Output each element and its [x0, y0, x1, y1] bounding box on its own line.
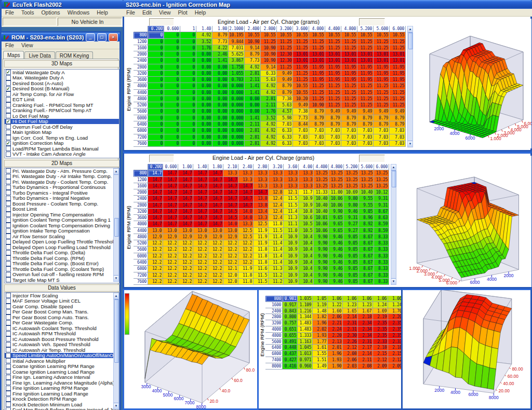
map-cell[interactable]: 13.3	[238, 170, 254, 176]
map-cell[interactable]: 0.00	[196, 71, 212, 77]
map-list-item[interactable]: Cranking Fuel. - RPM/Cool Temp MT	[5, 102, 119, 108]
map-cell[interactable]: 5.98	[277, 115, 293, 121]
row-header[interactable]: 7600	[134, 141, 148, 147]
map-list-item[interactable]: Desired Boost (A-Auto)	[5, 80, 119, 86]
map-cell[interactable]: 8.67	[359, 234, 374, 240]
map-cell[interactable]: 0.00	[196, 96, 212, 102]
map-cell[interactable]: 0.843	[283, 308, 298, 315]
col-header[interactable]: 4.400	[325, 26, 341, 32]
map-cell[interactable]: 0	[164, 51, 180, 58]
map-cell[interactable]: 0	[180, 115, 196, 121]
map-list-item[interactable]: VVT - Intake Cam Advance Angle	[5, 152, 119, 157]
close-button[interactable]: ✕	[109, 33, 118, 42]
map-cell[interactable]: 13.3	[254, 183, 269, 189]
col-header[interactable]: 1.80	[212, 26, 229, 32]
map-cell[interactable]: 11.95	[325, 71, 341, 77]
map-cell[interactable]: 9.844	[229, 39, 245, 45]
col-header[interactable]: 2.80	[254, 164, 269, 170]
map-cell[interactable]: 1.06	[358, 296, 373, 302]
map-cell[interactable]: 13.25	[329, 170, 344, 176]
map-cell[interactable]: 0	[180, 83, 196, 89]
map-cell[interactable]: 9.49	[374, 108, 390, 115]
checkbox[interactable]	[6, 375, 11, 380]
map-list-item[interactable]: ✓Desired Boost (B-Manual)	[5, 86, 119, 92]
map-cell[interactable]: 9.65	[329, 228, 344, 234]
map-cell[interactable]: 14.7	[208, 221, 223, 227]
map-cell[interactable]: 7.03	[390, 134, 406, 141]
map-cell[interactable]: 13.0	[223, 228, 238, 234]
checkbox[interactable]: ✓	[6, 141, 11, 146]
map-cell[interactable]: 11.25	[309, 96, 325, 102]
map-cell[interactable]: 2.06	[328, 314, 343, 320]
map-cell[interactable]: 14.7	[163, 177, 178, 183]
map-cell[interactable]: 1.49	[313, 363, 328, 370]
map-cell[interactable]: 12.2	[223, 240, 238, 247]
map-cell[interactable]: 11.25	[390, 39, 406, 45]
map-cell[interactable]: 11.5	[284, 202, 299, 209]
map-cell[interactable]: 2.01	[328, 345, 343, 351]
checkbox[interactable]	[6, 402, 11, 407]
map-list-item[interactable]: Lo Det Fuel Map	[5, 113, 119, 119]
map-cell[interactable]: 11.25	[325, 96, 341, 102]
checkbox[interactable]	[6, 174, 11, 179]
map-cell[interactable]: 14.7	[178, 183, 193, 189]
map-cell[interactable]: 12.2	[193, 279, 208, 285]
map-cell[interactable]: 14.7	[193, 189, 208, 196]
map-list-item[interactable]: Cranking Fuell.- RPM/Cool Temp AT	[5, 108, 119, 114]
map-cell[interactable]: 11.3	[269, 266, 284, 272]
map-cell[interactable]: 2.11	[245, 121, 261, 128]
map-cell[interactable]: 0	[148, 102, 164, 108]
map-cell[interactable]: 1.06	[328, 296, 343, 302]
map-cell[interactable]: 0	[164, 102, 180, 108]
map-cell[interactable]: 9.90	[314, 266, 329, 272]
scroll-down-icon[interactable]: ▼	[114, 403, 118, 409]
scroll-up-icon[interactable]: ▲	[391, 165, 396, 171]
map-cell[interactable]: 12.2	[148, 279, 163, 285]
row-header[interactable]: 1200	[134, 177, 148, 183]
map-cell[interactable]: 8.79	[325, 121, 341, 128]
map-cell[interactable]: 9.55	[359, 202, 374, 209]
map-cell[interactable]: 10.6	[299, 215, 314, 221]
checkbox[interactable]	[6, 239, 11, 244]
map-cell[interactable]: 2.12	[373, 357, 388, 363]
map-cell[interactable]: 10.4	[299, 234, 314, 240]
map-cell[interactable]: 9.46	[329, 259, 344, 266]
ignition-titlebar[interactable]: S203-enc.bin - Ignition Correction Map	[123, 0, 532, 9]
map-cell[interactable]: 12.5	[238, 228, 254, 234]
map-cell[interactable]: 8.33	[374, 272, 389, 279]
map-cell[interactable]: 13.3	[238, 221, 254, 227]
map-cell[interactable]: 4.92	[261, 128, 277, 134]
row-header[interactable]: 7400	[265, 357, 283, 363]
map-cell[interactable]: 2.33	[373, 339, 388, 345]
map-cell[interactable]: 0.00	[196, 102, 212, 108]
map-cell[interactable]: 14.7	[148, 209, 163, 215]
map-cell[interactable]: 14.5	[223, 209, 238, 215]
maximize-button[interactable]: □	[97, 33, 107, 42]
map-cell[interactable]: 0.00	[212, 90, 229, 96]
map-list-item[interactable]: Overrun Fuel Cut-Off Delay	[5, 124, 119, 130]
map-cell[interactable]: 0	[148, 39, 164, 45]
map-cell[interactable]: 1.61	[313, 345, 328, 351]
map-cell[interactable]: 0	[164, 77, 180, 83]
checkbox[interactable]	[6, 250, 11, 255]
map-cell[interactable]: 2.02	[313, 326, 328, 333]
map-list-item[interactable]: Coarse Ignition Learning RPM Range	[5, 364, 119, 370]
map-cell[interactable]: 11.95	[374, 77, 390, 83]
map-cell[interactable]: 2.35	[373, 320, 388, 326]
map-cell[interactable]: 11.9	[254, 228, 269, 234]
map-cell[interactable]: 12.2	[208, 272, 223, 279]
map-cell[interactable]: 2.34	[358, 326, 373, 333]
map-cell[interactable]: 11.95	[325, 77, 341, 83]
map-cell[interactable]: 12.2	[148, 247, 163, 253]
map-list-item[interactable]: Delayed Open Loop Fuelling Load Threshol…	[5, 244, 119, 250]
map-cell[interactable]: 13.0	[178, 228, 193, 234]
map-cell[interactable]: 11.25	[357, 39, 374, 45]
map-cell[interactable]: 14.7	[208, 202, 223, 209]
map-cell[interactable]: 0	[148, 58, 164, 64]
map-cell[interactable]: 13.25	[344, 177, 359, 183]
map-cell[interactable]: 14.7	[254, 189, 269, 196]
map-cell[interactable]: 0	[180, 58, 196, 64]
map-list-item[interactable]: Ignition Intake Temp Compensation	[5, 228, 119, 234]
map-cell[interactable]: 11.33	[314, 189, 329, 196]
map-cell[interactable]: 14.7	[208, 196, 223, 202]
